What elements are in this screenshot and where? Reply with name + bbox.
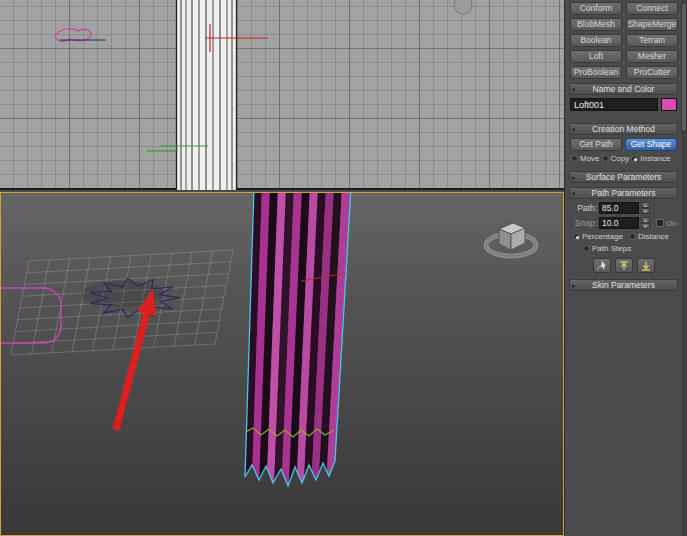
- snap-value-input[interactable]: 10.0: [599, 217, 639, 229]
- next-shape-button[interactable]: [637, 258, 655, 273]
- shape-spline-top-view[interactable]: [55, 29, 106, 41]
- viewport-perspective-canvas: [1, 193, 563, 535]
- viewport-top-canvas: [0, 0, 564, 190]
- get-path-button[interactable]: Get Path: [570, 138, 622, 151]
- panel-scrollbar[interactable]: [681, 0, 687, 536]
- radio-copy[interactable]: Copy: [602, 154, 630, 163]
- get-shape-button[interactable]: Get Shape: [625, 138, 677, 151]
- orbit-gizmo-icon[interactable]: [486, 223, 536, 256]
- annotation-arrow: [116, 289, 156, 430]
- compound-button-mesher[interactable]: Mesher: [626, 50, 678, 63]
- radio-path-steps-icon[interactable]: [583, 245, 590, 252]
- radio-copy-icon[interactable]: [602, 155, 609, 162]
- radio-distance-icon[interactable]: [629, 233, 636, 240]
- snap-spinner[interactable]: ▴ ▾: [641, 217, 650, 229]
- command-panel: Conform Connect BlobMesh ShapeMerge Bool…: [564, 0, 687, 536]
- radio-path-steps[interactable]: Path Steps: [583, 244, 631, 253]
- pick-shape-icon: [596, 261, 608, 271]
- rollout-creation-method[interactable]: ▾ Creation Method: [569, 123, 678, 135]
- compound-button-loft[interactable]: Loft: [570, 50, 622, 63]
- radio-instance-icon[interactable]: [631, 155, 638, 162]
- rollout-skin-parameters[interactable]: ▸ Skin Parameters: [569, 279, 678, 291]
- snap-label: Snap:: [571, 218, 597, 228]
- object-color-swatch[interactable]: [661, 98, 677, 111]
- compound-button-procutter[interactable]: ProCutter: [626, 66, 678, 79]
- rollout-path-parameters[interactable]: ▾ Path Parameters: [569, 187, 678, 199]
- spinner-down-icon[interactable]: ▾: [641, 223, 650, 229]
- rollout-surface-parameters[interactable]: ▸ Surface Parameters: [569, 171, 678, 183]
- radio-percentage-icon[interactable]: [573, 233, 580, 240]
- rollout-title: Creation Method: [592, 124, 655, 134]
- compound-button-proboolean[interactable]: ProBoolean: [570, 66, 622, 79]
- 3dsmax-window: Conform Connect BlobMesh ShapeMerge Bool…: [0, 0, 687, 536]
- compound-objects-buttons: Conform Connect BlobMesh ShapeMerge Bool…: [565, 0, 682, 79]
- radio-move[interactable]: Move: [571, 154, 600, 163]
- rollout-open-icon: ▾: [572, 124, 576, 135]
- previous-shape-button[interactable]: [615, 258, 633, 273]
- compound-button-shapemerge[interactable]: ShapeMerge: [626, 18, 678, 31]
- rollout-closed-icon: ▸: [572, 172, 576, 183]
- rollout-closed-icon: ▸: [572, 280, 576, 291]
- path-spinner[interactable]: ▴ ▾: [641, 202, 650, 214]
- radio-percentage[interactable]: Percentage: [573, 232, 623, 241]
- pick-shape-button[interactable]: [593, 258, 611, 273]
- rollout-title: Surface Parameters: [586, 172, 662, 182]
- object-name-input[interactable]: Loft001: [570, 98, 658, 111]
- arrow-up-to-bar-icon: [618, 261, 630, 271]
- spinner-down-icon[interactable]: ▾: [641, 208, 650, 214]
- radio-instance[interactable]: Instance: [631, 154, 670, 163]
- panel-scrollbar-thumb[interactable]: [681, 2, 687, 132]
- loft-column[interactable]: [244, 193, 351, 493]
- compound-button-conform[interactable]: Conform: [570, 2, 622, 15]
- radio-move-icon[interactable]: [571, 155, 578, 162]
- compound-button-terrain[interactable]: Terrain: [626, 34, 678, 47]
- snap-on-checkbox[interactable]: [656, 219, 664, 227]
- path-value-input[interactable]: 85.0: [599, 202, 639, 214]
- snap-on-label: On: [666, 219, 677, 228]
- rounded-rect-spline[interactable]: [1, 288, 61, 343]
- viewport-top-orthographic[interactable]: [0, 0, 564, 190]
- compound-button-boolean[interactable]: Boolean: [570, 34, 622, 47]
- arrow-down-to-bar-icon: [640, 261, 652, 271]
- wireframe-column[interactable]: [176, 0, 237, 190]
- rollout-title: Skin Parameters: [592, 280, 655, 290]
- nav-sphere-icon[interactable]: [454, 0, 472, 14]
- radio-distance[interactable]: Distance: [629, 232, 669, 241]
- rollout-open-icon: ▾: [572, 84, 576, 95]
- rollout-title: Name and Color: [593, 84, 655, 94]
- path-label: Path:: [571, 203, 597, 213]
- rollout-name-and-color[interactable]: ▾ Name and Color: [569, 83, 678, 95]
- compound-button-blobmesh[interactable]: BlobMesh: [570, 18, 622, 31]
- viewport-bottom-perspective[interactable]: [0, 192, 564, 536]
- rollout-title: Path Parameters: [592, 188, 656, 198]
- compound-button-connect[interactable]: Connect: [626, 2, 678, 15]
- rollout-open-icon: ▾: [572, 188, 576, 199]
